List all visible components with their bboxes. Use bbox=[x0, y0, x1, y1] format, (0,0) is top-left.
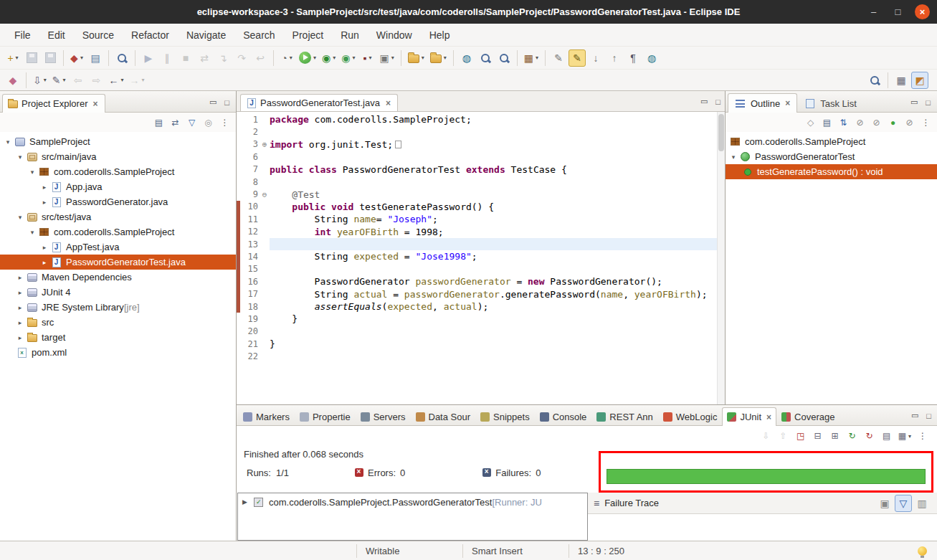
step-into-icon[interactable]: ↴ bbox=[214, 49, 232, 67]
code-line[interactable]: 6 bbox=[237, 151, 717, 163]
coverage-icon[interactable]: ◉▾ bbox=[320, 49, 338, 67]
explorer-item[interactable]: ▾src/main/java bbox=[0, 149, 236, 164]
maximize-view-icon[interactable]: □ bbox=[715, 98, 720, 106]
fold-expanded-icon[interactable]: ⊖ bbox=[260, 190, 270, 199]
highlight-icon[interactable]: ✎▾ bbox=[50, 72, 68, 89]
rerun-tests-icon[interactable]: ↻ bbox=[845, 428, 860, 444]
expanded-arrow-icon[interactable]: ▾ bbox=[3, 138, 13, 146]
compare-result-icon[interactable]: ▣ bbox=[876, 495, 893, 512]
filter-stack-trace-icon[interactable]: ▽ bbox=[895, 495, 912, 512]
dropdown-arrow-icon[interactable]: ▾ bbox=[121, 77, 124, 83]
tab-snippets[interactable]: Snippets bbox=[475, 407, 535, 426]
code-line[interactable]: 7public class PasswordGeneratorTest exte… bbox=[237, 163, 717, 176]
folded-region-icon[interactable] bbox=[395, 141, 401, 148]
code-line[interactable]: 8 bbox=[237, 176, 717, 188]
profile-as-icon[interactable]: ◉▾ bbox=[339, 49, 357, 67]
tab-coverage[interactable]: Coverage bbox=[776, 407, 840, 426]
close-icon[interactable]: × bbox=[386, 98, 391, 108]
code-line[interactable]: 17 String actual = passwordGenerator.gen… bbox=[237, 288, 717, 300]
menu-window[interactable]: Window bbox=[368, 24, 421, 46]
show-failures-only-icon[interactable]: ◳ bbox=[793, 428, 809, 444]
dropdown-arrow-icon[interactable]: ▾ bbox=[333, 54, 336, 61]
tab-data-sour[interactable]: Data Sour bbox=[411, 407, 476, 426]
expanded-arrow-icon[interactable]: ▾ bbox=[27, 169, 37, 176]
menu-project[interactable]: Project bbox=[284, 24, 333, 46]
tab-rest-ann[interactable]: REST Ann bbox=[591, 407, 657, 426]
dropdown-arrow-icon[interactable]: ▾ bbox=[422, 54, 424, 61]
print-icon[interactable]: ▤ bbox=[87, 49, 104, 67]
filter-icon[interactable]: ▽ bbox=[184, 115, 199, 130]
close-button[interactable]: × bbox=[915, 4, 930, 19]
view-menu-icon[interactable]: ⋮ bbox=[217, 115, 232, 130]
explorer-item[interactable]: ▸AppTest.java bbox=[0, 239, 236, 255]
dropdown-arrow-icon[interactable]: ▾ bbox=[142, 77, 145, 83]
debug-config-icon[interactable]: ▪▾ bbox=[358, 49, 376, 67]
close-icon[interactable]: × bbox=[785, 98, 790, 108]
sort-icon[interactable]: ⇅ bbox=[836, 115, 851, 130]
new-web-project-icon[interactable]: ▾ bbox=[428, 49, 449, 67]
code-line[interactable]: 18 assertEquals(expected, actual); bbox=[237, 300, 717, 313]
fold-collapsed-icon[interactable]: ⊕ bbox=[260, 140, 270, 149]
explorer-item[interactable]: ▸App.java bbox=[0, 179, 236, 194]
maximize-button[interactable]: □ bbox=[890, 4, 905, 19]
previous-edit-icon[interactable]: ⇦ bbox=[70, 72, 87, 89]
menu-refactor[interactable]: Refactor bbox=[123, 24, 178, 46]
outline-item[interactable]: com.coderolls.SampleProject bbox=[726, 134, 937, 149]
minimize-view-icon[interactable]: ▭ bbox=[910, 98, 918, 107]
save-all-icon[interactable] bbox=[42, 49, 59, 67]
scrollbar-thumb[interactable] bbox=[718, 114, 724, 151]
dropdown-arrow-icon[interactable]: ▾ bbox=[16, 54, 19, 61]
explorer-item[interactable]: ▾com.coderolls.SampleProject bbox=[0, 164, 236, 179]
dropdown-arrow-icon[interactable]: ▾ bbox=[368, 54, 371, 61]
code-line[interactable]: 20 bbox=[237, 326, 717, 338]
expanded-arrow-icon[interactable]: ▾ bbox=[728, 153, 738, 161]
explorer-item[interactable]: ▸JRE System Library [jre] bbox=[0, 300, 236, 315]
explorer-item[interactable]: ▸Maven Dependencies bbox=[0, 270, 236, 285]
terminate-icon[interactable]: ■ bbox=[177, 49, 194, 67]
editor-tab[interactable]: PasswordGeneratorTest.java × bbox=[240, 94, 398, 111]
dropdown-arrow-icon[interactable]: ▾ bbox=[62, 77, 65, 83]
tab-project-explorer[interactable]: Project Explorer × bbox=[2, 94, 105, 113]
code-line[interactable]: 16 PasswordGenerator passwordGenerator =… bbox=[237, 275, 717, 288]
run-icon[interactable]: ▾ bbox=[297, 49, 318, 67]
menu-source[interactable]: Source bbox=[74, 24, 123, 46]
collapsed-arrow-icon[interactable]: ▸ bbox=[15, 289, 25, 296]
explorer-item[interactable]: ▾com.coderolls.SampleProject bbox=[0, 224, 236, 239]
code-line[interactable]: 14 String expected = "Jose1998"; bbox=[237, 250, 717, 262]
expanded-arrow-icon[interactable]: ▾ bbox=[15, 153, 25, 161]
search-database-icon[interactable] bbox=[113, 49, 130, 67]
minimize-button[interactable]: – bbox=[866, 4, 881, 19]
dropdown-arrow-icon[interactable]: ▾ bbox=[391, 54, 394, 61]
focus-icon[interactable]: ◇ bbox=[803, 115, 818, 130]
dropdown-arrow-icon[interactable]: ▾ bbox=[80, 54, 83, 61]
next-failed-test-icon[interactable]: ⇩ bbox=[758, 428, 774, 444]
collapsed-arrow-icon[interactable]: ▸ bbox=[15, 304, 25, 311]
new-wizard-icon[interactable]: +▾ bbox=[4, 49, 22, 67]
dropdown-arrow-icon[interactable]: ▾ bbox=[536, 54, 538, 61]
menu-run[interactable]: Run bbox=[332, 24, 368, 46]
next-annotation-icon[interactable]: ↓ bbox=[587, 49, 604, 67]
test-result-item[interactable]: ▶ com.coderolls.SampleProject.PasswordGe… bbox=[238, 493, 587, 511]
external-tools-icon[interactable]: ▣▾ bbox=[377, 49, 396, 67]
open-type-icon[interactable] bbox=[477, 49, 494, 67]
dropdown-arrow-icon[interactable]: ▾ bbox=[44, 77, 47, 83]
tab-task-list[interactable]: Task List bbox=[797, 93, 864, 113]
prev-annotation-icon[interactable]: ↑ bbox=[606, 49, 623, 67]
menu-search[interactable]: Search bbox=[234, 24, 283, 46]
quick-access-search-icon[interactable] bbox=[866, 72, 883, 89]
tab-weblogic[interactable]: WebLogic bbox=[658, 407, 723, 426]
tab-servers[interactable]: Servers bbox=[356, 407, 411, 426]
close-icon[interactable]: × bbox=[92, 99, 97, 109]
maximize-view-icon[interactable]: □ bbox=[224, 98, 229, 107]
code-line[interactable]: 15 bbox=[237, 263, 717, 275]
minimize-view-icon[interactable]: ▭ bbox=[209, 98, 217, 107]
tab-junit[interactable]: JUnit× bbox=[722, 407, 776, 426]
code-line[interactable]: 19 } bbox=[237, 313, 717, 325]
code-line[interactable]: 10 public void testGeneratePassword() { bbox=[237, 201, 717, 213]
expanded-arrow-icon[interactable]: ▾ bbox=[15, 214, 25, 221]
show-skipped-tests-icon[interactable]: ⊟ bbox=[810, 428, 826, 444]
back-icon[interactable]: ←▾ bbox=[107, 72, 126, 89]
explorer-item[interactable]: ▾src/test/java bbox=[0, 209, 236, 224]
layout-icon[interactable]: ▦▾ bbox=[896, 428, 913, 444]
tab-propertie[interactable]: Propertie bbox=[295, 407, 356, 426]
